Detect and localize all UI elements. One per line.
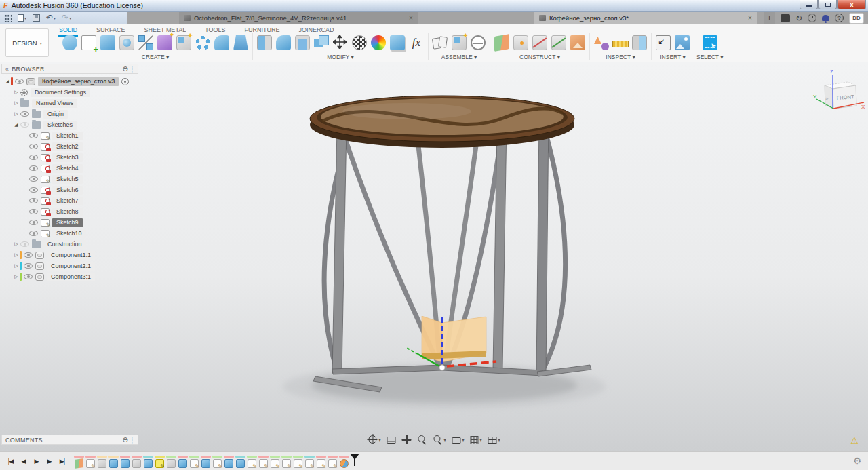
window-close-button[interactable]: x [837, 0, 866, 9]
visibility-eye-icon[interactable] [29, 155, 38, 160]
viewport-3d[interactable]: FRONT R Z X Y « BROWSER ⊖ ┆ ◢Кофейное_зе… [0, 62, 868, 451]
browser-row-sketch1[interactable]: Sketch1 [1, 130, 138, 141]
browser-row-sketch7[interactable]: Sketch7 [1, 195, 138, 206]
insert-group-label[interactable]: INSERT ▾ [660, 54, 686, 60]
visibility-eye-icon[interactable] [20, 111, 29, 117]
axis-through-points-button[interactable] [549, 33, 568, 53]
visibility-eye-icon[interactable] [29, 220, 38, 225]
create-form-button[interactable] [155, 33, 174, 53]
assemble-group-label[interactable]: ASSEMBLE ▾ [441, 54, 477, 60]
tab-close-icon[interactable]: × [748, 15, 752, 22]
construct-group-label[interactable]: CONSTRUCT ▾ [519, 54, 560, 60]
timeline-feature-15-box-blue[interactable] [235, 456, 245, 468]
visibility-eye-icon[interactable] [29, 187, 38, 193]
timeline-feature-16-sketch[interactable] [247, 456, 257, 468]
timeline-playhead[interactable] [354, 456, 355, 466]
help-icon[interactable]: ? [835, 14, 844, 22]
notifications-bell-icon[interactable] [822, 15, 829, 21]
browser-row-sketches[interactable]: ◢Sketches [1, 119, 138, 130]
point-button[interactable] [568, 33, 587, 53]
modify-group-label[interactable]: MODIFY ▾ [327, 54, 354, 60]
panel-options-icon[interactable]: ⊖ [123, 66, 129, 73]
timeline-feature-2-sketch[interactable] [85, 456, 96, 468]
visibility-eye-icon[interactable] [29, 165, 38, 171]
browser-row-named-views[interactable]: ▷Named Views [1, 98, 138, 109]
appearance-button[interactable] [350, 33, 369, 53]
browser-row-sketch8[interactable]: Sketch8 [1, 206, 138, 217]
expander-icon[interactable]: ◢ [13, 122, 20, 128]
timeline-feature-7-box-blue[interactable] [143, 456, 153, 468]
visibility-eye-icon[interactable] [29, 133, 38, 138]
solid-primitive-button[interactable] [60, 33, 79, 53]
timeline-feature-5-box-blue[interactable] [120, 456, 130, 468]
timeline-feature-3-box-gray[interactable] [97, 456, 107, 468]
loft-button[interactable] [231, 33, 250, 53]
user-avatar[interactable]: DD [849, 13, 864, 24]
timeline-feature-14-box-blue[interactable] [224, 456, 234, 468]
press-pull-button[interactable] [255, 33, 274, 53]
visibility-eye-icon[interactable] [20, 241, 29, 247]
timeline-feature-6-box-gray[interactable] [132, 456, 142, 468]
fillet-button[interactable] [274, 33, 293, 53]
orbit-button[interactable]: ▾ [368, 435, 380, 444]
sweep-button[interactable] [212, 33, 231, 53]
collapse-panel-icon[interactable]: « [5, 66, 9, 73]
browser-row-sketch4[interactable]: Sketch4 [1, 163, 138, 174]
play-button[interactable]: ▶ [31, 458, 41, 465]
step-back-button[interactable]: ◀ [18, 458, 28, 465]
document-tab[interactable]: Кофейное_зерно_стол v3*× [534, 12, 757, 24]
grid-display-button[interactable]: ▾ [471, 435, 482, 444]
browser-row-sketch5[interactable]: Sketch5 [1, 174, 138, 184]
measure-button[interactable] [592, 33, 611, 53]
expander-icon[interactable]: ▷ [13, 241, 20, 247]
visibility-eye-icon[interactable] [29, 144, 38, 149]
activate-component-radio[interactable] [121, 78, 129, 85]
window-minimize-button[interactable] [800, 0, 818, 9]
timeline-feature-23-sketch[interactable] [328, 456, 338, 468]
visibility-eye-icon[interactable] [20, 122, 29, 128]
combine-button[interactable] [312, 33, 331, 53]
display-mesh-button[interactable] [630, 33, 649, 53]
plane-at-angle-button[interactable] [511, 33, 530, 53]
timeline-feature-10-box-blue[interactable] [178, 456, 188, 468]
warning-icon[interactable]: ⚠ [850, 435, 859, 446]
visibility-eye-icon[interactable] [24, 252, 33, 258]
change-parameters-button[interactable]: fx [407, 33, 426, 53]
browser-row-origin[interactable]: ▷Origin [1, 109, 138, 119]
create-sketch-button[interactable] [79, 33, 98, 53]
job-status-clock-icon[interactable] [808, 14, 816, 22]
go-to-start-button[interactable]: |◀ [5, 458, 16, 465]
timeline-feature-22-sketch[interactable] [316, 456, 326, 468]
timeline-feature-9-box-gray[interactable] [166, 456, 176, 468]
joint-button[interactable] [450, 33, 469, 53]
select-group-label[interactable]: SELECT ▾ [696, 54, 724, 60]
browser-row-sketch10[interactable]: Sketch10 [1, 228, 138, 239]
timeline-feature-11-sketch[interactable] [189, 456, 199, 468]
select-button[interactable] [701, 33, 719, 53]
expander-icon[interactable]: ◢ [4, 79, 11, 84]
browser-panel-header[interactable]: « BROWSER ⊖ ┆ [1, 64, 138, 74]
expander-icon[interactable]: ▷ [13, 274, 20, 279]
new-component-button[interactable] [431, 33, 450, 53]
redo-button[interactable]: ↷▾ [62, 14, 71, 22]
revolve-button[interactable] [117, 33, 136, 53]
display-settings-button[interactable]: ▾ [452, 436, 464, 444]
expander-icon[interactable]: ▷ [13, 111, 20, 117]
table-top-model[interactable] [310, 96, 574, 148]
save-button[interactable] [33, 14, 40, 22]
insert-derive-button[interactable] [654, 33, 673, 53]
sketch-plane-highlight[interactable] [422, 316, 486, 362]
view-cube-front-label[interactable]: FRONT [837, 94, 855, 101]
visibility-eye-icon[interactable] [29, 209, 38, 214]
zoom-button[interactable] [417, 435, 427, 444]
offset-faces-button[interactable] [388, 33, 407, 53]
timeline-feature-4-box-blue[interactable] [108, 456, 119, 468]
view-cube[interactable]: FRONT R Z X Y [812, 66, 867, 121]
expander-icon[interactable]: ▷ [13, 100, 20, 106]
tab-close-icon[interactable]: × [409, 15, 413, 22]
visibility-eye-icon[interactable] [15, 79, 24, 84]
visibility-eye-icon[interactable] [24, 274, 33, 279]
timeline-feature-1-plane[interactable] [74, 456, 84, 468]
inspect-group-label[interactable]: INSPECT ▾ [606, 54, 635, 60]
shell-button[interactable] [293, 33, 312, 53]
